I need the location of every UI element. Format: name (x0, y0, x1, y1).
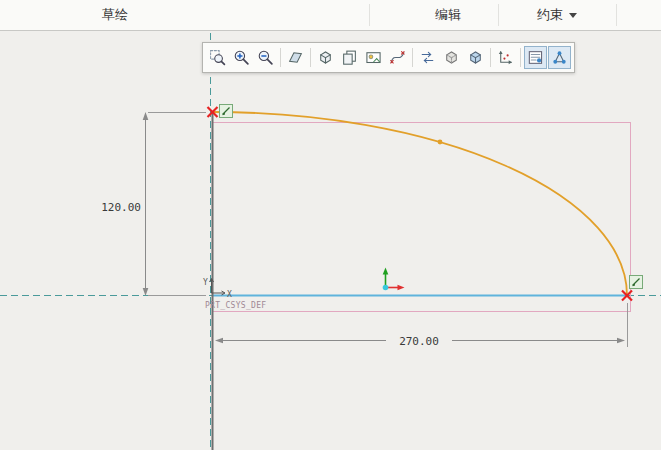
toolbar-separator (280, 48, 281, 67)
axis-y-label: Y (203, 278, 208, 287)
arc-midpoint-marker[interactable] (438, 140, 443, 145)
swap-views-button[interactable] (416, 46, 439, 69)
csys-name-label: PRT_CSYS_DEF (205, 301, 266, 310)
spline-points-icon (389, 49, 406, 66)
menu-constraints[interactable]: 约束 (537, 0, 577, 30)
toolbar-separator (310, 48, 311, 67)
model-wireframe-icon (443, 49, 460, 66)
dimension-value-vertical[interactable]: 120.00 (101, 201, 141, 214)
grid-axes-icon (497, 49, 514, 66)
swap-views-icon (419, 49, 436, 66)
model-shaded-icon (467, 49, 484, 66)
repaint-button[interactable] (284, 46, 307, 69)
copy-object-button[interactable] (338, 46, 361, 69)
display-filter-icon (527, 49, 544, 66)
menu-separator (616, 4, 617, 26)
dimension-horizontal[interactable]: 270.00 (215, 303, 628, 348)
view-cube-icon (317, 49, 334, 66)
menu-separator (498, 4, 499, 26)
snapshot-button[interactable] (362, 46, 385, 69)
spline-points-button[interactable] (386, 46, 409, 69)
zoom-in-button[interactable] (230, 46, 253, 69)
origin-point (383, 285, 389, 291)
sketch-scene: 120.00 270.00 (0, 31, 661, 450)
application-window: 草绘 编辑 约束 (0, 0, 661, 450)
arc-curve[interactable] (213, 112, 628, 296)
zoom-out-button[interactable] (254, 46, 277, 69)
menu-edit[interactable]: 编辑 (435, 0, 461, 30)
dimension-value-horizontal[interactable]: 270.00 (399, 335, 439, 348)
menu-bar: 草绘 编辑 约束 (0, 0, 661, 31)
drawing-canvas[interactable]: 120.00 270.00 (0, 31, 661, 450)
model-shaded-button[interactable] (464, 46, 487, 69)
zoom-out-icon (257, 49, 274, 66)
zoom-in-icon (233, 49, 250, 66)
display-filter-button[interactable] (524, 46, 547, 69)
dimension-vertical[interactable]: 120.00 (101, 112, 206, 296)
chevron-down-icon (569, 13, 577, 18)
endpoint-handle-top[interactable] (220, 105, 233, 118)
toolbar-separator (412, 48, 413, 67)
view-cube-button[interactable] (314, 46, 337, 69)
toolbar-separator (520, 48, 521, 67)
copy-object-icon (341, 49, 358, 66)
surface-boundary[interactable] (213, 123, 631, 312)
snapshot-icon (365, 49, 382, 66)
floating-toolbar (202, 42, 575, 73)
constraint-display-icon (551, 49, 568, 66)
menu-separator (369, 4, 370, 26)
constraint-display-button[interactable] (548, 46, 571, 69)
menu-constraints-label: 约束 (537, 7, 563, 22)
axis-x-label: X (227, 290, 232, 299)
menu-sketch[interactable]: 草绘 (102, 0, 128, 30)
endpoint-handle-right[interactable] (630, 276, 643, 289)
toolbar-separator (490, 48, 491, 67)
zoom-window-button[interactable] (206, 46, 229, 69)
repaint-icon (287, 49, 304, 66)
grid-axes-button[interactable] (494, 46, 517, 69)
zoom-window-icon (209, 49, 226, 66)
sketch-orientation-axes (383, 268, 405, 291)
model-wireframe-button[interactable] (440, 46, 463, 69)
